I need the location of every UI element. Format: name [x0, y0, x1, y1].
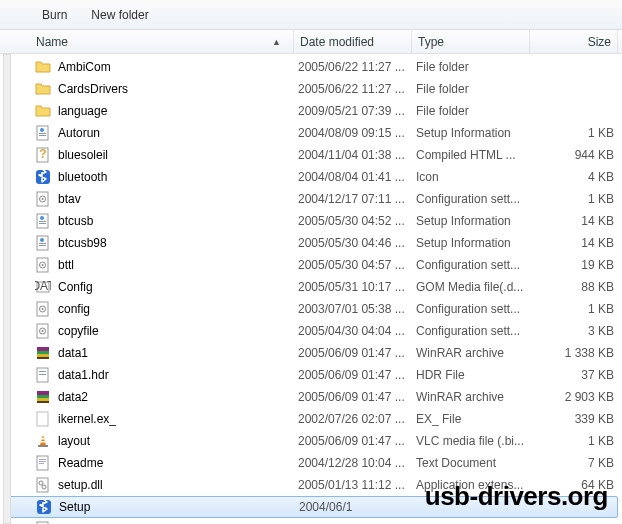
inf-icon — [34, 124, 52, 142]
svg-text:?: ? — [39, 147, 46, 161]
file-date: 2004/08/04 01:41 ... — [298, 170, 416, 184]
file-row[interactable]: CardsDrivers2005/06/22 11:27 ...File fol… — [0, 78, 622, 100]
blank-icon — [34, 410, 52, 428]
file-name: Readme — [58, 456, 298, 470]
file-row[interactable]: bttl2005/05/30 04:57 ...Configuration se… — [0, 254, 622, 276]
svg-rect-12 — [39, 223, 46, 224]
file-row[interactable]: data22005/06/09 01:47 ...WinRAR archive2… — [0, 386, 622, 408]
file-date: 2005/05/31 10:17 ... — [298, 280, 416, 294]
file-row[interactable]: copyfile2005/04/30 04:04 ...Configuratio… — [0, 320, 622, 342]
file-row[interactable]: ikernel.ex_2002/07/26 02:07 ...EX_ File3… — [0, 408, 622, 430]
file-date: 2005/06/22 11:27 ... — [298, 60, 416, 74]
file-date: 2009/05/21 07:39 ... — [298, 104, 416, 118]
left-scrollbar[interactable] — [3, 54, 11, 524]
file-size: 3 KB — [534, 324, 614, 338]
file-name: ikernel.ex_ — [58, 412, 298, 426]
column-header-type[interactable]: Type — [412, 30, 530, 53]
file-size: 944 KB — [534, 148, 614, 162]
hdr-icon — [34, 366, 52, 384]
svg-rect-31 — [37, 351, 49, 354]
file-row[interactable]: layout2005/06/09 01:47 ...VLC media file… — [0, 430, 622, 452]
file-type: GOM Media file(.d... — [416, 280, 534, 294]
burn-button[interactable]: Burn — [30, 4, 79, 26]
file-row[interactable]: AmbiCom2005/06/22 11:27 ...File folder — [0, 56, 622, 78]
file-size: 14 KB — [534, 236, 614, 250]
file-size: 1 KB — [534, 126, 614, 140]
file-type: Configuration sett... — [416, 258, 534, 272]
new-folder-button[interactable]: New folder — [79, 4, 160, 26]
file-type: Configuration sett... — [416, 192, 534, 206]
dat-icon: DAT — [34, 278, 52, 296]
file-list[interactable]: AmbiCom2005/06/22 11:27 ...File folderCa… — [0, 54, 622, 524]
file-type: Text Document — [416, 456, 534, 470]
file-row[interactable]: Setup10:49 ...Configuration sett...1 KB — [0, 518, 622, 524]
file-name: Autorun — [58, 126, 298, 140]
file-date: 2005/05/30 04:57 ... — [298, 258, 416, 272]
file-size: 1 KB — [534, 434, 614, 448]
cfg-icon — [34, 190, 52, 208]
file-size: 88 KB — [534, 280, 614, 294]
file-name: layout — [58, 434, 298, 448]
file-date: 2005/05/30 04:52 ... — [298, 214, 416, 228]
svg-rect-11 — [39, 221, 46, 222]
file-type: Setup Information — [416, 126, 534, 140]
file-row[interactable]: ?bluesoleil2004/11/04 01:38 ...Compiled … — [0, 144, 622, 166]
file-row[interactable]: data12005/06/09 01:47 ...WinRAR archive1… — [0, 342, 622, 364]
column-header-size[interactable]: Size — [530, 30, 618, 53]
file-type: File folder — [416, 104, 534, 118]
svg-point-25 — [42, 308, 44, 310]
folder-icon — [34, 58, 52, 76]
file-size: 339 KB — [534, 412, 614, 426]
file-type: Setup Information — [416, 236, 534, 250]
file-row[interactable]: data1.hdr2005/06/09 01:47 ...HDR File37 … — [0, 364, 622, 386]
file-row[interactable]: btcusb982005/05/30 04:46 ...Setup Inform… — [0, 232, 622, 254]
svg-rect-45 — [39, 459, 46, 460]
toolbar: Burn New folder — [0, 0, 622, 30]
file-size: 1 KB — [534, 192, 614, 206]
file-size: 37 KB — [534, 368, 614, 382]
file-name: btcusb — [58, 214, 298, 228]
column-header-name[interactable]: Name ▲ — [30, 30, 294, 53]
inf-icon — [34, 212, 52, 230]
svg-rect-43 — [41, 441, 46, 443]
file-type: Compiled HTML ... — [416, 148, 534, 162]
file-row[interactable]: DATConfig2005/05/31 10:17 ...GOM Media f… — [0, 276, 622, 298]
file-name: btcusb98 — [58, 236, 298, 250]
file-name: bluesoleil — [58, 148, 298, 162]
file-name: setup.dll — [58, 478, 298, 492]
file-row[interactable]: btcusb2005/05/30 04:52 ...Setup Informat… — [0, 210, 622, 232]
folder-icon — [34, 102, 52, 120]
svg-point-3 — [40, 128, 44, 132]
column-header-date[interactable]: Date modified — [294, 30, 412, 53]
file-type: WinRAR archive — [416, 346, 534, 360]
file-size: 4 KB — [534, 170, 614, 184]
svg-rect-40 — [37, 412, 48, 426]
file-row[interactable]: bluetooth2004/08/04 01:41 ...Icon4 KB — [0, 166, 622, 188]
file-date: 2005/01/13 11:12 ... — [298, 478, 416, 492]
file-name: data1.hdr — [58, 368, 298, 382]
column-header-row: Name ▲ Date modified Type Size — [0, 30, 622, 54]
file-row[interactable]: config2003/07/01 05:38 ...Configuration … — [0, 298, 622, 320]
file-name: config — [58, 302, 298, 316]
folder-icon — [34, 80, 52, 98]
svg-point-13 — [40, 216, 44, 220]
file-row[interactable]: language2009/05/21 07:39 ...File folder — [0, 100, 622, 122]
file-type: File folder — [416, 82, 534, 96]
file-date: 2004/11/04 01:38 ... — [298, 148, 416, 162]
txt-icon — [34, 454, 52, 472]
file-row[interactable]: btav2004/12/17 07:11 ...Configuration se… — [0, 188, 622, 210]
file-size: 1 338 KB — [534, 346, 614, 360]
svg-rect-46 — [39, 461, 46, 462]
vlc-icon — [34, 432, 52, 450]
svg-rect-1 — [39, 133, 46, 134]
file-row[interactable]: Autorun2004/08/09 09:15 ...Setup Informa… — [0, 122, 622, 144]
file-date: 2005/06/22 11:27 ... — [298, 82, 416, 96]
file-row[interactable]: Readme2004/12/28 10:04 ...Text Document7… — [0, 452, 622, 474]
svg-point-28 — [42, 330, 44, 332]
file-size: 1 KB — [534, 302, 614, 316]
file-size: 2 903 KB — [534, 390, 614, 404]
file-name: bttl — [58, 258, 298, 272]
column-header-name-label: Name — [36, 35, 68, 49]
svg-text:DAT: DAT — [35, 279, 51, 293]
file-type: HDR File — [416, 368, 534, 382]
